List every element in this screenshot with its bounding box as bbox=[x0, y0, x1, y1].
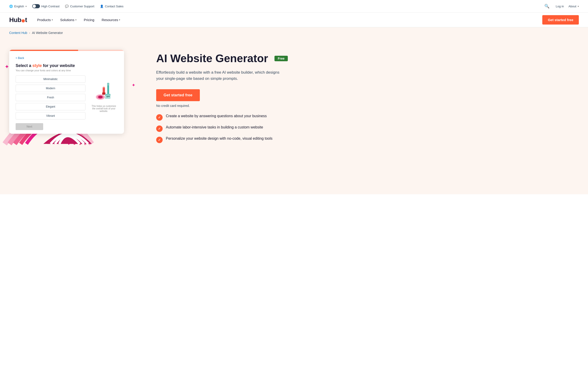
nav-solutions[interactable]: Solutions ▾ bbox=[57, 16, 79, 24]
toggle-switch-icon[interactable] bbox=[32, 4, 40, 8]
products-label: Products bbox=[37, 18, 51, 22]
utility-bar: 🌐 English ▾ High Contrast 💬 Customer Sup… bbox=[0, 0, 588, 13]
nav-cta-button[interactable]: Get started free bbox=[542, 15, 579, 25]
preview-body: MinimalisticModernFreshElegantVibrant bbox=[16, 75, 118, 119]
high-contrast-toggle[interactable]: High Contrast bbox=[32, 4, 60, 8]
breadcrumb: Content Hub › AI Website Generator bbox=[0, 27, 588, 38]
sparkle-decoration-1: ✦ bbox=[5, 64, 9, 70]
nav-items: Products ▾ Solutions ▾ Pricing Resources… bbox=[35, 16, 123, 24]
sparkle-decoration-3: ✦ bbox=[132, 82, 136, 88]
svg-point-4 bbox=[103, 87, 105, 88]
hero-left: ✦ ✦ ✦ < Back Select a style for your web… bbox=[9, 48, 133, 134]
preview-card-content: < Back Select a style for your website Y… bbox=[9, 51, 124, 134]
style-option-minimalistic[interactable]: Minimalistic bbox=[16, 75, 86, 83]
back-label: < Back bbox=[16, 56, 24, 60]
nav-left: Hubt Products ▾ Solutions ▾ Pricing Reso… bbox=[9, 16, 123, 24]
check-icon bbox=[156, 137, 163, 143]
hero-description: Effortlessly build a website with a free… bbox=[156, 69, 285, 82]
svg-rect-9 bbox=[105, 94, 111, 96]
chevron-down-icon: ▾ bbox=[52, 19, 53, 21]
solutions-label: Solutions bbox=[60, 18, 74, 22]
contact-sales-link[interactable]: 👤 Contact Sales bbox=[100, 5, 124, 8]
features-list: Create a website by answering questions … bbox=[156, 114, 579, 143]
customer-support-label: Customer Support bbox=[70, 5, 95, 8]
login-link[interactable]: Log in bbox=[556, 5, 564, 8]
chevron-down-icon: ▾ bbox=[578, 5, 579, 8]
nav-products[interactable]: Products ▾ bbox=[35, 16, 56, 24]
chevron-down-icon: ▾ bbox=[119, 19, 120, 21]
resources-label: Resources bbox=[102, 18, 118, 22]
style-option-modern[interactable]: Modern bbox=[16, 85, 86, 92]
utility-bar-left: 🌐 English ▾ High Contrast 💬 Customer Sup… bbox=[9, 4, 124, 8]
about-menu[interactable]: About ▾ bbox=[569, 5, 579, 8]
chevron-down-icon: ▾ bbox=[75, 19, 77, 21]
preview-title-style: style bbox=[32, 63, 42, 68]
breadcrumb-separator: › bbox=[29, 31, 30, 35]
contact-sales-label: Contact Sales bbox=[105, 5, 124, 8]
breadcrumb-current: AI Website Generator bbox=[32, 31, 63, 35]
svg-point-7 bbox=[98, 96, 103, 98]
cosmetics-illustration: SPF bbox=[94, 83, 114, 101]
svg-rect-3 bbox=[102, 92, 105, 95]
hero-title: AI Website Generator Free bbox=[156, 52, 579, 65]
feature-item: Personalize your website design with no-… bbox=[156, 136, 579, 143]
login-label: Log in bbox=[556, 5, 564, 8]
customer-support-link[interactable]: 💬 Customer Support bbox=[65, 5, 95, 8]
hero-right: AI Website Generator Free Effortlessly b… bbox=[147, 48, 579, 143]
preview-title-suffix: for your website bbox=[42, 63, 75, 68]
globe-icon: 🌐 bbox=[9, 5, 13, 8]
hero-section: ✦ ✦ ✦ < Back Select a style for your web… bbox=[0, 38, 588, 194]
feature-text: Personalize your website design with no-… bbox=[166, 136, 272, 141]
person-icon: 👤 bbox=[100, 5, 104, 8]
preview-subtitle: You can change your fonts and colors at … bbox=[16, 69, 118, 72]
hero-cta-button[interactable]: Get started free bbox=[156, 89, 200, 101]
svg-text:SPF: SPF bbox=[106, 96, 110, 98]
feature-item: Automate labor-intensive tasks in buildi… bbox=[156, 125, 579, 132]
style-option-vibrant[interactable]: Vibrant bbox=[16, 112, 86, 119]
utility-bar-right: 🔍 Log in About ▾ bbox=[543, 2, 579, 10]
hubspot-logo[interactable]: Hubt bbox=[9, 16, 27, 24]
preview-title-prefix: Select a bbox=[16, 63, 32, 68]
ui-preview-card: < Back Select a style for your website Y… bbox=[9, 50, 124, 134]
feature-text: Automate labor-intensive tasks in buildi… bbox=[166, 125, 263, 129]
chat-icon: 💬 bbox=[65, 5, 69, 8]
check-icon bbox=[156, 125, 163, 132]
feature-text: Create a website by answering questions … bbox=[166, 114, 267, 118]
nav-pricing[interactable]: Pricing bbox=[81, 16, 97, 24]
logo-text: Hubt bbox=[9, 16, 27, 24]
language-label: English bbox=[14, 5, 24, 8]
pricing-label: Pricing bbox=[84, 18, 95, 22]
preview-back-link[interactable]: < Back bbox=[16, 56, 118, 60]
free-badge: Free bbox=[275, 56, 288, 61]
preview-next-button[interactable]: Next bbox=[16, 123, 43, 130]
breadcrumb-parent-link[interactable]: Content Hub bbox=[9, 31, 27, 35]
about-label: About bbox=[569, 5, 576, 8]
no-credit-card-text: No credit card required. bbox=[156, 104, 579, 108]
language-selector[interactable]: 🌐 English ▾ bbox=[9, 5, 27, 8]
illustration-caption: This helps us customize the overall look… bbox=[90, 105, 118, 112]
style-option-fresh[interactable]: Fresh bbox=[16, 94, 86, 101]
preview-title: Select a style for your website bbox=[16, 63, 118, 68]
style-options-list: MinimalisticModernFreshElegantVibrant bbox=[16, 75, 86, 119]
search-button[interactable]: 🔍 bbox=[543, 2, 551, 10]
nav-resources[interactable]: Resources ▾ bbox=[99, 16, 123, 24]
feature-item: Create a website by answering questions … bbox=[156, 114, 579, 121]
hero-title-text: AI Website Generator bbox=[156, 52, 268, 65]
main-navigation: Hubt Products ▾ Solutions ▾ Pricing Reso… bbox=[0, 13, 588, 27]
logo-spot bbox=[22, 19, 25, 23]
chevron-down-icon: ▾ bbox=[26, 5, 27, 8]
check-icon bbox=[156, 114, 163, 121]
high-contrast-label: High Contrast bbox=[41, 5, 60, 8]
style-option-elegant[interactable]: Elegant bbox=[16, 103, 86, 110]
preview-illustration: SPF This helps us customize the overall … bbox=[90, 75, 118, 119]
